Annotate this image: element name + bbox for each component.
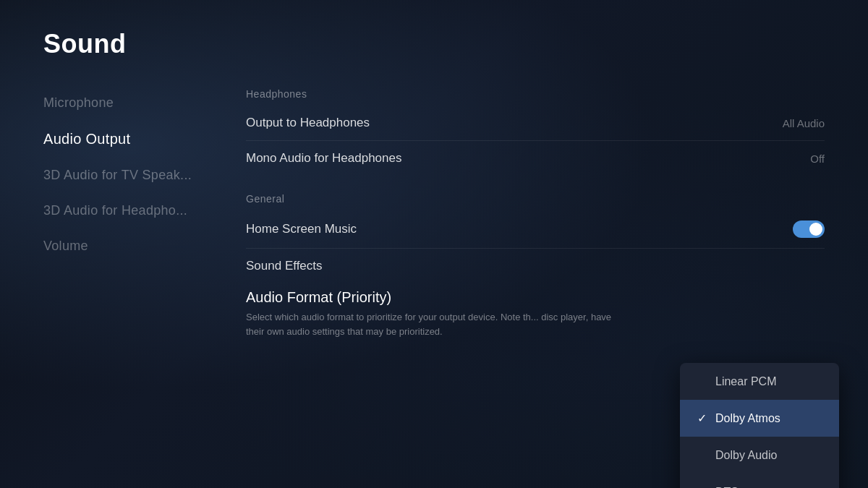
audio-format-desc: Select which audio format to prioritize … bbox=[246, 310, 622, 338]
sidebar: Microphone Audio Output 3D Audio for TV … bbox=[43, 88, 203, 338]
sidebar-item-audio-output[interactable]: Audio Output bbox=[43, 131, 203, 147]
check-icon-dolby-atmos: ✓ bbox=[697, 411, 707, 425]
sidebar-item-microphone[interactable]: Microphone bbox=[43, 95, 203, 111]
page-title: Sound bbox=[43, 29, 825, 59]
mono-audio-value: Off bbox=[810, 153, 825, 165]
home-screen-music-row[interactable]: Home Screen Music bbox=[246, 210, 825, 249]
dropdown-item-dolby-atmos[interactable]: ✓ Dolby Atmos bbox=[680, 400, 839, 437]
dropdown-item-dolby-audio[interactable]: ✓ Dolby Audio bbox=[680, 437, 839, 474]
output-to-headphones-name: Output to Headphones bbox=[246, 116, 370, 130]
output-to-headphones-value: All Audio bbox=[783, 117, 825, 129]
headphones-section: Headphones Output to Headphones All Audi… bbox=[246, 88, 825, 176]
general-section: General Home Screen Music Sound Effects … bbox=[246, 193, 825, 338]
headphones-label: Headphones bbox=[246, 88, 825, 100]
audio-format-dropdown: ✓ Linear PCM ✓ Dolby Atmos ✓ Dolby Audio… bbox=[680, 363, 839, 488]
audio-format-section: Audio Format (Priority) Select which aud… bbox=[246, 289, 825, 338]
sidebar-item-volume[interactable]: Volume bbox=[43, 239, 203, 254]
main-content: Headphones Output to Headphones All Audi… bbox=[246, 88, 825, 338]
sidebar-item-3d-audio-headphones[interactable]: 3D Audio for Headpho... bbox=[43, 203, 203, 218]
sound-effects-label: Sound Effects bbox=[246, 259, 323, 273]
audio-format-title: Audio Format (Priority) bbox=[246, 289, 825, 306]
dropdown-item-linear-pcm[interactable]: ✓ Linear PCM bbox=[680, 363, 839, 400]
general-label: General bbox=[246, 193, 825, 205]
home-screen-music-toggle[interactable] bbox=[793, 221, 825, 238]
sound-effects-row[interactable]: Sound Effects bbox=[246, 249, 825, 283]
output-to-headphones-row[interactable]: Output to Headphones All Audio bbox=[246, 106, 825, 141]
home-screen-music-label: Home Screen Music bbox=[246, 222, 357, 236]
mono-audio-name: Mono Audio for Headphones bbox=[246, 151, 402, 166]
dropdown-item-dts[interactable]: ✓ DTS bbox=[680, 474, 839, 488]
sidebar-item-3d-audio-tv[interactable]: 3D Audio for TV Speak... bbox=[43, 168, 203, 183]
mono-audio-row[interactable]: Mono Audio for Headphones Off bbox=[246, 141, 825, 176]
